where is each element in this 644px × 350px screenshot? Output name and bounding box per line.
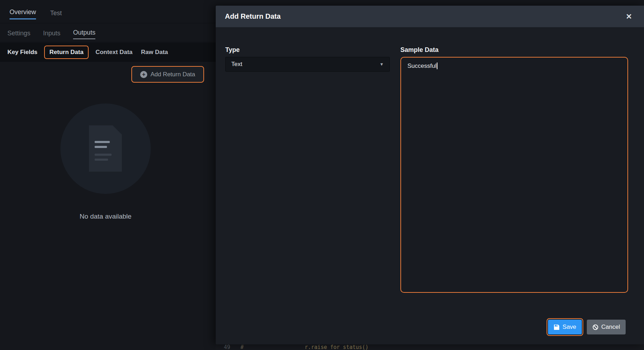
- add-return-data-button[interactable]: + Add Return Data: [131, 66, 204, 83]
- empty-state: [60, 103, 151, 194]
- sample-data-label: Sample Data: [400, 46, 439, 54]
- tab-test[interactable]: Test: [50, 10, 62, 19]
- app-screen: Overview Test Settings Inputs Outputs Ke…: [0, 0, 644, 350]
- subtab-key-fields[interactable]: Key Fields: [3, 46, 42, 59]
- document-icon: [89, 125, 122, 172]
- cancel-button-label: Cancel: [601, 324, 620, 331]
- modal-header: Add Return Data ✕: [216, 6, 644, 27]
- type-select-value: Text: [231, 61, 242, 68]
- subtab-raw-data[interactable]: Raw Data: [137, 46, 172, 59]
- cancel-button[interactable]: Cancel: [587, 320, 626, 334]
- close-icon[interactable]: ✕: [623, 11, 635, 22]
- save-icon: [554, 324, 560, 330]
- sample-data-textarea[interactable]: Successful: [400, 57, 628, 293]
- modal-footer: Save Cancel: [548, 320, 626, 334]
- modal-title: Add Return Data: [225, 12, 281, 20]
- type-select[interactable]: Text ▼: [225, 57, 390, 72]
- tab-overview[interactable]: Overview: [10, 8, 36, 19]
- code-line-number: 49: [224, 344, 230, 350]
- subtab-context-data[interactable]: Context Data: [91, 46, 137, 59]
- chevron-down-icon: ▼: [380, 62, 384, 67]
- subtab-return-data[interactable]: Return Data: [44, 46, 89, 59]
- tab-outputs[interactable]: Outputs: [73, 29, 95, 39]
- no-data-available-text: No data available: [80, 213, 132, 220]
- tab-inputs[interactable]: Inputs: [43, 30, 60, 39]
- add-return-data-modal: Add Return Data ✕ Type Text ▼ Sample Dat…: [216, 6, 644, 344]
- type-label: Type: [225, 46, 240, 54]
- code-comment-hash: #: [240, 344, 244, 350]
- code-editor-peek: 49 # r.raise_for_status(): [216, 344, 644, 350]
- cancel-icon: [592, 324, 598, 330]
- text-cursor: [437, 63, 437, 69]
- save-button-label: Save: [562, 324, 576, 331]
- sample-data-text: Successful: [407, 63, 436, 69]
- save-button[interactable]: Save: [548, 320, 582, 334]
- tab-settings[interactable]: Settings: [7, 30, 30, 39]
- add-return-data-button-label: Add Return Data: [150, 71, 195, 78]
- document-fold-corner: [113, 125, 122, 135]
- plus-icon: +: [140, 71, 147, 78]
- code-line-text: r.raise_for_status(): [305, 344, 369, 350]
